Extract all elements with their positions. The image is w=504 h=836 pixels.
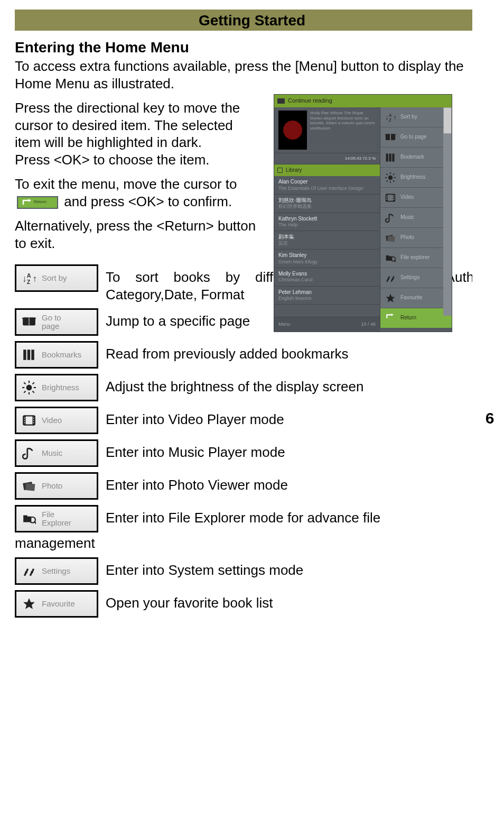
sidebar-item-label: Return [400,315,416,321]
sidebar-item-label: Settings [400,274,419,281]
device-screenshot: Continue reading Molly Rae Wilson The Ro… [274,94,452,332]
list-item[interactable]: Alan CooperThe Essentials Of User Interf… [274,176,380,195]
list-item[interactable]: 刘慈欣·珊瑚岛科幻世界精选集 [274,195,380,213]
header-title: Getting Started [199,11,305,30]
menu-photo-button[interactable]: Photo [15,472,98,500]
sidebar-item-return[interactable]: Return [380,308,452,328]
menu-button-label: FileExplorer [42,510,71,527]
sidebar-item-photo[interactable]: Photo [380,228,452,248]
sidebar-item-brightness[interactable]: Brightness [380,168,452,188]
menu-brightness-desc: Adjust the brightness of the display scr… [106,374,489,396]
menu-music-desc: Enter into Music Player mode [106,439,489,461]
menu-bookmarks-desc: Read from previously added bookmarks [106,341,489,363]
menu-go-to-page-button[interactable]: Go topage [15,308,98,336]
menu-bookmarks-button[interactable]: Bookmarks [15,341,98,369]
menu-settings-button[interactable]: Settings [15,557,98,585]
settings-icon [385,272,396,284]
dev-library-header[interactable]: Library [274,164,380,176]
dev-cr-label: Continue reading [288,97,332,105]
row-subtitle: The Help [278,222,376,228]
sidebar-item-label: Favourite [400,295,423,301]
file-explorer-icon [22,511,36,526]
header-bar: Getting Started [15,10,489,31]
row-subtitle: The Essentials Of User Interface Design [278,186,376,191]
sidebar-item-sort-by[interactable]: Sort by [380,107,452,127]
dev-footer-left: Menu [278,321,291,327]
go-to-page-icon [385,132,396,143]
menu-button-label: Go topage [42,314,61,330]
dev-scroll-thumb[interactable] [443,107,452,134]
menu-music-button[interactable]: Music [15,439,98,467]
music-icon [22,446,36,461]
sidebar-item-label: Go to page [400,134,426,141]
row-title: 刘慈欣·珊瑚岛 [278,197,376,204]
dev-continue-reading: Continue reading [274,95,452,107]
book-icon [277,98,285,104]
photo-icon [385,232,396,244]
menu-button-label: Video [42,416,62,425]
book-cover [278,111,307,150]
menu-button-label: Brightness [42,383,79,392]
para3: Alternatively, press the <Return> button… [15,217,258,252]
sidebar-item-go-to-page[interactable]: Go to page [380,127,452,148]
sidebar-item-label: Brightness [400,174,425,181]
sort-by-icon [385,112,396,123]
return-icon [385,313,396,324]
dev-sidebar: Sort byGo to pageBookmarkBrightnessVideo… [380,107,452,328]
library-icon [277,168,283,173]
sidebar-item-music[interactable]: Music [380,208,452,228]
sidebar-item-label: Video [400,194,414,201]
row-title: 剧本集 [278,234,376,241]
menu-button-label: Bookmarks [42,351,81,359]
menu-button-label: Settings [42,567,70,575]
sidebar-item-label: Bookmark [400,154,424,161]
sort-by-icon [22,271,36,286]
file-explorer-icon [385,252,396,264]
favourite-icon [385,292,396,304]
bookmark-icon [385,152,396,163]
brightness-icon [22,380,36,395]
list-item[interactable]: Kathryn StockettThe Help [274,213,380,232]
photo-icon [22,479,36,493]
dev-scrollbar[interactable] [443,107,452,316]
para1: Press the directional key to move the cu… [15,100,240,150]
sidebar-item-settings[interactable]: Settings [380,268,452,288]
sidebar-item-video[interactable]: Video [380,188,452,208]
menu-video-button[interactable]: Video [15,407,98,434]
row-title: Alan Cooper [278,179,376,186]
menu-file-explorer-desc-cont: management [15,535,489,552]
sidebar-item-favourite[interactable]: Favourite [380,288,452,308]
sidebar-item-file-explorer[interactable]: File explorer [380,248,452,268]
row-subtitle: Christmas Carol [278,277,376,283]
para1b: Press <OK> to choose the item. [15,152,210,168]
sidebar-item-bookmark[interactable]: Bookmark [380,148,452,168]
return-icon [21,198,32,207]
menu-brightness-button[interactable]: Brightness [15,374,98,401]
menu-button-label: Favourite [42,600,75,608]
go-to-page-icon [22,315,36,329]
menu-settings-desc: Enter into System settings mode [106,557,489,579]
favourite-icon [22,596,36,611]
dev-footer-right: 10 / 46 [361,321,376,327]
row-title: Molly Evans [278,271,376,278]
menu-favourite-button[interactable]: Favourite [15,590,98,618]
para2-pre: To exit the menu, move the cursor to [15,176,237,192]
row-subtitle: English lessons [278,296,376,301]
music-icon [385,212,396,224]
bookmarks-icon [22,347,36,362]
return-button[interactable]: Return [17,196,58,209]
list-item[interactable]: Kim StanleyGreen Mars trilogy [274,250,380,268]
list-item[interactable]: Molly EvansChristmas Carol [274,268,380,287]
row-title: Kathryn Stockett [278,216,376,223]
dev-cover-row[interactable]: Molly Rae Wilson The Royal Donec aliquet… [274,107,380,153]
dev-list: Alan CooperThe Essentials Of User Interf… [274,176,380,305]
menu-button-label: Photo [42,482,62,490]
row-subtitle: 莫言 [278,241,376,246]
list-item[interactable]: 剧本集莫言 [274,231,380,250]
menu-sort-by-button[interactable]: Sort by [15,264,98,292]
menu-button-label: Music [42,449,62,457]
dev-library-label: Library [286,167,302,174]
menu-file-explorer-button[interactable]: FileExplorer [15,505,98,532]
list-item[interactable]: Peter LehmanEnglish lessons [274,287,380,305]
book-cover-text: Molly Rae Wilson The Royal Donec aliquet… [310,111,376,150]
